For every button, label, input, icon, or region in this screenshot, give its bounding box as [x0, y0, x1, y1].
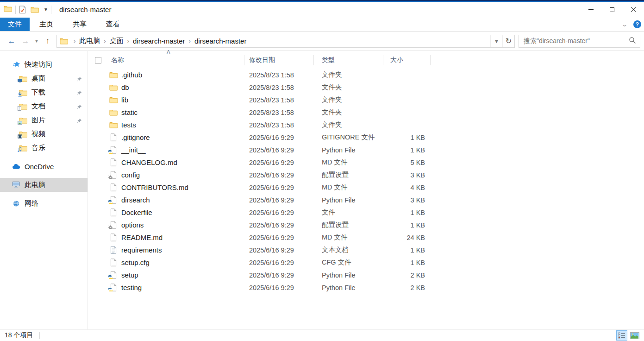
file-name-cell[interactable]: __init__: [88, 146, 244, 154]
file-name-cell[interactable]: setup.cfg: [88, 259, 244, 266]
sidebar-item-网络[interactable]: 网络: [0, 196, 88, 210]
breadcrumb-segment[interactable]: 此电脑: [78, 37, 101, 45]
column-header-date[interactable]: 修改日期: [244, 55, 314, 65]
file-row[interactable]: .gitignore2025/6/16 9:29GITIGNORE 文件1 KB: [88, 131, 644, 144]
sidebar-item-label: 此电脑: [25, 181, 45, 189]
file-name-cell[interactable]: requirements: [88, 246, 244, 254]
file-row[interactable]: setup.cfg2025/6/16 9:29CFG 文件1 KB: [88, 256, 644, 269]
column-header-name[interactable]: 名称 ᐱ: [88, 55, 244, 65]
properties-icon[interactable]: [19, 6, 26, 14]
recent-locations-chevron-icon[interactable]: ▼: [32, 35, 41, 48]
address-bar[interactable]: ›此电脑›桌面›dirsearch-master›dirsearch-maste…: [56, 35, 515, 48]
file-type-cell: Python File: [314, 272, 383, 279]
breadcrumb-chevron-icon[interactable]: ›: [125, 38, 132, 44]
file-row[interactable]: CONTRIBUTORS.md2025/6/16 9:29MD 文件4 KB: [88, 181, 644, 194]
sidebar-item-文档[interactable]: 文档: [0, 99, 88, 113]
refresh-icon[interactable]: ↻: [502, 35, 514, 47]
sidebar-item-OneDrive[interactable]: OneDrive: [0, 159, 88, 173]
file-name-cell[interactable]: .gitignore: [88, 133, 244, 141]
file-name: __init__: [121, 146, 146, 154]
sidebar-item-此电脑[interactable]: 此电脑: [0, 178, 88, 192]
file-size-cell: 1 KB: [383, 209, 431, 216]
column-header-type[interactable]: 类型: [314, 55, 383, 65]
documents-folder-icon: [19, 103, 27, 110]
tab-共享[interactable]: 共享: [63, 18, 96, 31]
file-row[interactable]: options2025/6/16 9:29配置设置1 KB: [88, 219, 644, 231]
breadcrumb-chevron-icon[interactable]: ›: [101, 38, 108, 44]
file-name: db: [121, 83, 129, 91]
file-name-cell[interactable]: Dockerfile: [88, 208, 244, 216]
column-header-size-label: 大小: [390, 56, 403, 64]
file-type-cell: 文件夹: [314, 70, 383, 79]
folder-icon: [109, 84, 118, 91]
file-size-cell: 3 KB: [383, 196, 431, 204]
minimize-icon: [588, 9, 594, 10]
sidebar-item-桌面[interactable]: 桌面: [0, 71, 88, 85]
minimize-button[interactable]: [580, 1, 601, 18]
sidebar-item-图片[interactable]: 图片: [0, 113, 88, 127]
tab-file[interactable]: 文件: [0, 18, 30, 31]
pin-icon: [76, 89, 82, 97]
breadcrumb-segment[interactable]: 桌面: [109, 37, 125, 45]
file-date-cell: 2025/8/23 1:58: [244, 71, 314, 79]
file-row[interactable]: db2025/8/23 1:58文件夹: [88, 81, 644, 94]
file-icon: [109, 183, 118, 191]
file-row[interactable]: CHANGELOG.md2025/6/16 9:29MD 文件5 KB: [88, 156, 644, 169]
breadcrumb-segment[interactable]: dirsearch-master: [194, 37, 248, 45]
file-name-cell[interactable]: static: [88, 108, 244, 116]
file-row[interactable]: Dockerfile2025/6/16 9:29文件1 KB: [88, 206, 644, 219]
sidebar-item-下载[interactable]: 下载: [0, 85, 88, 99]
tab-主页[interactable]: 主页: [30, 18, 63, 31]
file-name-cell[interactable]: .github: [88, 71, 244, 79]
file-name-cell[interactable]: dirsearch: [88, 196, 244, 204]
help-icon[interactable]: ?: [633, 20, 641, 28]
file-name-cell[interactable]: options: [88, 221, 244, 229]
file-row[interactable]: setup2025/6/16 9:29Python File2 KB: [88, 269, 644, 281]
onedrive-cloud-icon: [12, 164, 20, 170]
new-folder-icon[interactable]: [31, 6, 39, 13]
file-row[interactable]: static2025/8/23 1:58文件夹: [88, 106, 644, 119]
file-name-cell[interactable]: README.md: [88, 234, 244, 241]
file-row[interactable]: requirements2025/6/16 9:29文本文档1 KB: [88, 244, 644, 256]
file-row[interactable]: testing2025/6/16 9:29Python File2 KB: [88, 281, 644, 294]
file-name-cell[interactable]: testing: [88, 284, 244, 291]
sidebar-item-快速访问[interactable]: 快速访问: [0, 57, 88, 71]
ribbon-right-controls: ⌄ ?: [622, 18, 641, 31]
back-button[interactable]: ←: [5, 35, 19, 48]
file-name-cell[interactable]: setup: [88, 271, 244, 279]
file-name: .github: [121, 71, 142, 79]
up-button[interactable]: ↑: [41, 35, 55, 48]
file-name-cell[interactable]: CONTRIBUTORS.md: [88, 183, 244, 191]
breadcrumb-chevron-icon[interactable]: ›: [186, 38, 194, 44]
thumbnails-view-button[interactable]: [629, 330, 640, 341]
expand-ribbon-chevron-icon[interactable]: ⌄: [621, 21, 628, 28]
forward-button[interactable]: →: [19, 35, 32, 48]
maximize-button[interactable]: [601, 1, 623, 18]
close-button[interactable]: [623, 1, 644, 18]
file-name: setup.cfg: [121, 259, 150, 266]
file-row[interactable]: dirsearch2025/6/16 9:29Python File3 KB: [88, 194, 644, 206]
file-row[interactable]: .github2025/8/23 1:58文件夹: [88, 69, 644, 81]
file-row[interactable]: __init__2025/6/16 9:29Python File1 KB: [88, 144, 644, 156]
column-header-size[interactable]: 大小: [383, 55, 431, 65]
tab-查看[interactable]: 查看: [96, 18, 130, 31]
sidebar-item-音乐[interactable]: 音乐: [0, 141, 88, 155]
file-name-cell[interactable]: config: [88, 171, 244, 179]
file-row[interactable]: config2025/6/16 9:29配置设置3 KB: [88, 169, 644, 181]
python-file-icon: [109, 196, 118, 204]
file-row[interactable]: lib2025/8/23 1:58文件夹: [88, 94, 644, 106]
file-row[interactable]: README.md2025/6/16 9:29MD 文件24 KB: [88, 231, 644, 244]
breadcrumb-chevron-icon[interactable]: ›: [71, 38, 78, 44]
file-name-cell[interactable]: tests: [88, 121, 244, 129]
breadcrumb-segment[interactable]: dirsearch-master: [132, 37, 186, 45]
sidebar-item-视频[interactable]: 视频: [0, 127, 88, 141]
file-name-cell[interactable]: CHANGELOG.md: [88, 158, 244, 166]
customize-qat-chevron-icon[interactable]: ▼: [44, 7, 48, 12]
details-view-button[interactable]: [616, 330, 627, 341]
desktop-folder-icon: [19, 75, 27, 82]
search-box[interactable]: 搜索"dirsearch-master": [519, 35, 640, 48]
file-row[interactable]: tests2025/8/23 1:58文件夹: [88, 119, 644, 131]
file-name-cell[interactable]: db: [88, 83, 244, 91]
file-name-cell[interactable]: lib: [88, 96, 244, 104]
address-dropdown-chevron-icon[interactable]: ▼: [490, 35, 502, 47]
